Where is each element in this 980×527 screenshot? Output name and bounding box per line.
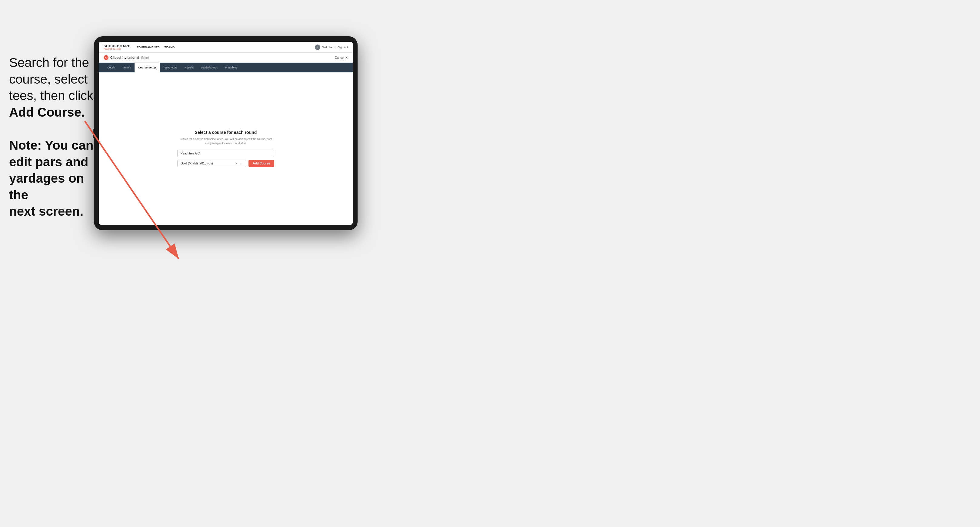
nav-links: TOURNAMENTS TEAMS — [137, 44, 315, 50]
tournament-title-area: C Clippd Invitational (Men) — [103, 55, 149, 60]
annotation-note2: edit pars and — [9, 155, 88, 169]
nav-teams[interactable]: TEAMS — [165, 44, 175, 50]
cancel-button[interactable]: Cancel ✕ — [335, 56, 348, 60]
add-course-button[interactable]: Add Course — [248, 160, 274, 167]
tee-select[interactable]: Gold (M) (M) (7010 yds) ✕ ⌄ — [177, 160, 246, 167]
left-annotation: Search for the course, select tees, then… — [9, 54, 94, 220]
tab-leaderboards[interactable]: Leaderboards — [197, 63, 221, 72]
tab-tee-groups[interactable]: Tee Groups — [160, 63, 181, 72]
main-content: Select a course for each round Search fo… — [99, 72, 353, 225]
tab-bar: Details Teams Course Setup Tee Groups Re… — [99, 63, 353, 72]
tee-expand-button[interactable]: ⌄ — [239, 162, 243, 165]
tournament-icon: C — [103, 55, 108, 60]
course-search-input[interactable] — [177, 149, 274, 157]
tab-teams[interactable]: Teams — [119, 63, 135, 72]
sign-out-link[interactable]: Sign out — [338, 46, 348, 49]
tournament-name: Clippd Invitational — [110, 56, 139, 59]
tablet-side-button — [93, 129, 94, 138]
annotation-line2: course, select — [9, 72, 88, 86]
tab-results[interactable]: Results — [181, 63, 197, 72]
card-description: Search for a course and select a tee. Yo… — [177, 137, 274, 145]
tab-course-setup[interactable]: Course Setup — [135, 63, 160, 72]
logo-area: SCOREBOARD Powered by clippd — [103, 44, 130, 50]
pipe: | — [336, 46, 336, 49]
annotation-note1: Note: You can — [9, 138, 93, 152]
cancel-x-icon: ✕ — [345, 56, 348, 60]
annotation-note3: yardages on the — [9, 171, 84, 202]
annotation-note4: next screen. — [9, 204, 83, 218]
annotation-line4: Add Course. — [9, 105, 85, 119]
logo-sub: Powered by clippd — [103, 48, 130, 50]
card-title: Select a course for each round — [177, 130, 274, 135]
tab-details[interactable]: Details — [103, 63, 119, 72]
user-avatar: U — [315, 44, 320, 50]
nav-tournaments[interactable]: TOURNAMENTS — [137, 44, 159, 50]
tee-controls: ✕ ⌄ — [235, 162, 243, 165]
tournament-header: C Clippd Invitational (Men) Cancel ✕ — [99, 53, 353, 63]
tee-clear-button[interactable]: ✕ — [235, 162, 238, 165]
tee-select-value: Gold (M) (M) (7010 yds) — [181, 162, 213, 165]
user-label: Test User — [322, 46, 334, 49]
tab-printables[interactable]: Printables — [221, 63, 241, 72]
top-navbar: SCOREBOARD Powered by clippd TOURNAMENTS… — [99, 42, 353, 53]
tablet-screen: SCOREBOARD Powered by clippd TOURNAMENTS… — [99, 42, 353, 225]
nav-right: U Test User | Sign out — [315, 44, 348, 50]
tee-select-row: Gold (M) (M) (7010 yds) ✕ ⌄ Add Course — [177, 160, 274, 167]
tablet-device: SCOREBOARD Powered by clippd TOURNAMENTS… — [94, 37, 358, 230]
logo-title: SCOREBOARD — [103, 44, 130, 48]
course-card: Select a course for each round Search fo… — [177, 130, 274, 167]
annotation-line1: Search for the — [9, 56, 89, 70]
cancel-label: Cancel — [335, 56, 344, 59]
tournament-gender: (Men) — [141, 56, 149, 59]
annotation-line3: tees, then click — [9, 89, 93, 103]
